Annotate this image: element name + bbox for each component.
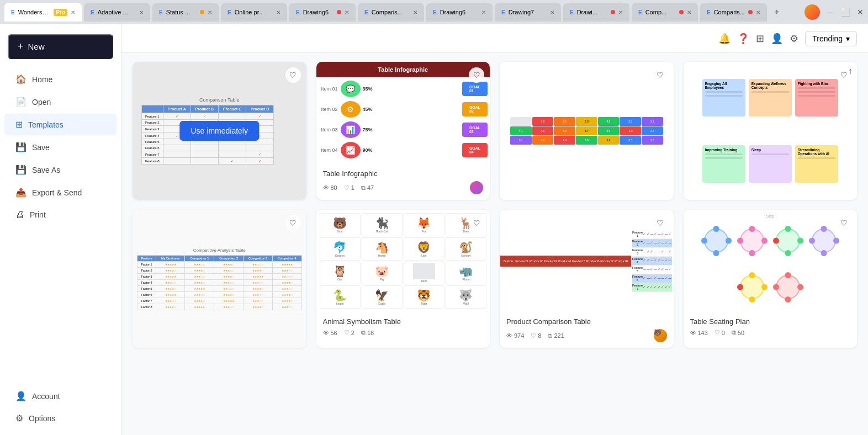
stat-copies-seating: ⧉ 50	[732, 329, 744, 336]
seat-left-3-red	[773, 238, 779, 244]
browser-chrome: E Wondershare EdrawMax Pro ✕ E Adaptive …	[0, 0, 868, 24]
sidebar-item-export[interactable]: 📤 Export & Send	[4, 182, 117, 203]
grid-icon[interactable]: ⊞	[756, 33, 764, 45]
template-card-team-management[interactable]: Engaging All Employees Expanding Wellnes…	[684, 62, 858, 200]
seat-left-1	[701, 238, 707, 244]
copy-icon-animal: ⧉	[361, 329, 366, 336]
template-thumb-competitive: Competitive Analysis Table Feature My Bu…	[133, 210, 306, 348]
templates-area[interactable]: Comparison Table Product A Product B Pro…	[121, 53, 868, 435]
heart-button-rfm[interactable]: ♡	[653, 67, 668, 83]
seating-table-4	[809, 226, 839, 256]
tab-label-comparis1: Comparis...	[372, 9, 410, 15]
user-avatar-chrome[interactable]	[805, 4, 820, 20]
seat-bot-2	[749, 250, 755, 256]
minimize-button[interactable]: —	[827, 8, 834, 17]
tab-online[interactable]: E Online pr... ✕	[221, 3, 287, 22]
notification-icon[interactable]: 🔔	[718, 33, 731, 45]
creator-avatar-product: 🐻	[654, 329, 667, 342]
tab-close-comparis1[interactable]: ✕	[413, 9, 417, 15]
heart-icon-animal: ♡	[344, 329, 350, 336]
item-pct-2: 45%	[361, 107, 463, 112]
tab-status[interactable]: E Status ... ✕	[152, 3, 219, 22]
tab-close-adaptive[interactable]: ✕	[139, 9, 144, 15]
template-card-rfm-table[interactable]: 4.5 4.2 3.8 4.0 3.5 3.2 4.1 4.6 4.3 3.7	[500, 62, 674, 200]
plus-icon: +	[18, 41, 24, 52]
seat-left-2	[737, 238, 743, 244]
tab-adaptive[interactable]: E Adaptive ... ✕	[84, 3, 150, 22]
sidebar-item-home[interactable]: 🏠 Home	[4, 68, 117, 90]
animal-cell-snake: 🐍Snake	[320, 285, 361, 309]
help-icon[interactable]: ❓	[737, 33, 749, 45]
stat-likes-infographic: ♡ 1	[344, 184, 354, 192]
template-card-comparison-table[interactable]: Comparison Table Product A Product B Pro…	[133, 62, 306, 200]
rfm-cell: 4.2	[554, 117, 575, 126]
tab-comparis2[interactable]: E Comparis... ✕	[700, 3, 767, 22]
tab-close-status[interactable]: ✕	[208, 9, 212, 15]
sidebar-item-account[interactable]: 👤 Account	[4, 385, 117, 407]
heart-button-infographic[interactable]: ♡	[469, 67, 484, 83]
heart-button-animal[interactable]: ♡	[469, 215, 484, 231]
sidebar-item-print-label: Print	[30, 210, 46, 219]
close-button[interactable]: ✕	[857, 8, 864, 17]
tab-close-comparis2[interactable]: ✕	[756, 9, 760, 15]
seating-circle-5	[740, 275, 764, 299]
copies-count-infographic: 47	[367, 184, 374, 191]
stat-views-product: 👁 974	[506, 332, 524, 339]
stat-copies-product: ⧉ 221	[548, 332, 564, 339]
product-cell-check: ✓	[657, 241, 661, 245]
tab-close-online[interactable]: ✕	[276, 9, 280, 15]
template-card-product-comparison[interactable]: Button Product1 Product2 Product3 Produc…	[500, 210, 674, 348]
tab-drawing6[interactable]: E Drawing6 ✕	[289, 3, 356, 22]
product-cell: —	[668, 241, 672, 245]
tab-close-comp[interactable]: ✕	[687, 9, 691, 15]
template-info-product: Product Comparison Table 👁 974 ♡ 8	[500, 312, 674, 348]
heart-button-product[interactable]: ♡	[653, 215, 668, 231]
settings-icon[interactable]: ⚙	[790, 33, 798, 45]
heart-button-seating[interactable]: ♡	[836, 215, 851, 231]
template-card-animal[interactable]: 🐻Bear 🐈‍⬛Black Cat 🦊Fox 🦌Deer 🐬Dolphin 🐴…	[316, 210, 490, 348]
heart-button-comparison[interactable]: ♡	[285, 67, 301, 83]
heart-button-competitive[interactable]: ♡	[285, 215, 301, 231]
tab-close-drawi[interactable]: ✕	[618, 9, 623, 15]
rfm-cell: 4.3	[554, 126, 575, 135]
template-card-table-infographic[interactable]: Table Infographic Item 01 💬 35% GOAL01 I…	[316, 62, 490, 200]
template-title-animal: Animal Symbolism Table	[323, 317, 484, 326]
sidebar-item-templates[interactable]: ⊞ Templates	[4, 114, 117, 135]
tab-close-drawing6[interactable]: ✕	[345, 9, 349, 15]
maximize-button[interactable]: ⬜	[841, 8, 850, 17]
note-line	[705, 153, 743, 155]
sidebar-item-save-as[interactable]: 💾 Save As	[4, 159, 117, 181]
app-body: + New 🏠 Home 📄 Open ⊞ Templates 💾 Save 💾…	[0, 24, 868, 435]
template-card-competitive[interactable]: Competitive Analysis Table Feature My Bu…	[133, 210, 306, 348]
tab-drawing6b[interactable]: E Drawing6 ✕	[426, 3, 493, 22]
upload-icon-team[interactable]: ↑	[848, 66, 853, 76]
print-icon: 🖨	[15, 210, 24, 220]
new-button[interactable]: + New	[8, 34, 113, 59]
tab-close-drawing6b[interactable]: ✕	[481, 9, 486, 15]
tab-comparis1[interactable]: E Comparis... ✕	[358, 3, 424, 22]
product-cell-check: ✓	[643, 276, 647, 280]
sidebar-item-save[interactable]: 💾 Save	[4, 136, 117, 158]
tab-edrawmax[interactable]: E Wondershare EdrawMax Pro ✕	[4, 3, 82, 22]
new-tab-button[interactable]: +	[769, 4, 785, 20]
use-immediately-button[interactable]: Use immediately	[180, 121, 259, 141]
user-icon[interactable]: 👤	[771, 33, 783, 45]
tab-comp[interactable]: E Comp... ✕	[632, 3, 698, 22]
sidebar-item-print[interactable]: 🖨 Print	[4, 204, 117, 225]
seat-right-6	[797, 284, 803, 290]
tab-close-drawing7[interactable]: ✕	[550, 9, 554, 15]
tab-label-status: Status ...	[166, 9, 197, 15]
item-icon-4: 📈	[341, 142, 361, 158]
product-cell: Feature 4	[632, 257, 643, 264]
product-cell-check: ✓	[654, 232, 658, 236]
tab-drawi[interactable]: E Drawi... ✕	[563, 3, 629, 22]
item-icon-1: 💬	[341, 81, 361, 97]
trending-dropdown[interactable]: Trending ▾	[805, 31, 857, 46]
product-cell: —	[654, 268, 658, 271]
tab-close-edrawmax[interactable]: ✕	[71, 9, 75, 15]
sidebar-item-open[interactable]: 📄 Open	[4, 91, 117, 113]
heart-icon-infographic: ♡	[344, 184, 350, 192]
template-card-seating[interactable]: Step	[684, 210, 858, 348]
sidebar-item-options[interactable]: ⚙ Options	[4, 407, 117, 429]
tab-drawing7[interactable]: E Drawing7 ✕	[495, 3, 561, 22]
